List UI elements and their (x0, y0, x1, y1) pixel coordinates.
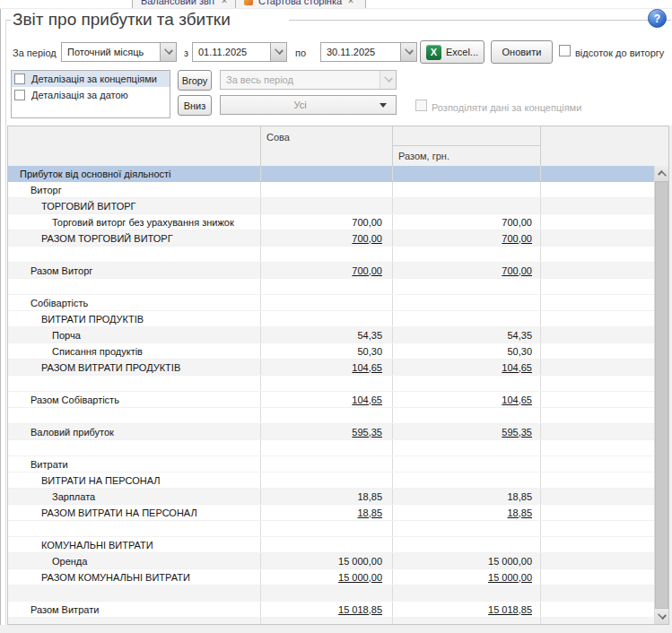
total-value: 54,35 (393, 327, 541, 343)
move-down-button[interactable]: Вниз (178, 95, 212, 116)
table-row[interactable]: Зарплата18,8518,85 (8, 489, 655, 505)
table-row-empty[interactable] (8, 376, 655, 392)
row-label: ТОРГОВИЙ ВИТОРГ (8, 198, 261, 213)
row-filler (541, 279, 655, 294)
header-total-column[interactable]: Разом, грн. (393, 126, 541, 166)
total-value: 15 000,00 (393, 553, 541, 568)
table-row[interactable]: Витрати (8, 456, 655, 473)
table-row-empty[interactable] (8, 408, 655, 424)
table-row[interactable]: Порча54,3554,35 (8, 327, 655, 343)
total-value (393, 247, 541, 262)
table-row-empty[interactable] (8, 618, 655, 624)
close-icon[interactable]: ✕ (221, 0, 228, 5)
chevron-down-icon (380, 71, 396, 89)
table-row[interactable]: Разом Витрати15 018,8515 018,85 (8, 602, 655, 618)
row-label (8, 521, 261, 536)
close-icon[interactable]: ✕ (347, 0, 354, 5)
row-filler (541, 456, 655, 472)
header-org-column[interactable]: Сова (261, 126, 393, 166)
table-row[interactable]: РАЗОМ ВИТРАТИ НА ПЕРСОНАЛ18,8518,85 (8, 505, 655, 521)
row-label (8, 279, 261, 294)
table-row-empty[interactable] (8, 585, 655, 602)
total-value: 50,30 (393, 343, 541, 359)
tab-label: Балансовий звіт (141, 0, 215, 6)
date-to-value: 30.11.2025 (321, 43, 400, 61)
chevron-down-icon (380, 103, 387, 108)
table-row[interactable]: РАЗОМ ВИТРАТИ ПРОДУКТІВ104,65104,65 (8, 360, 655, 376)
table-row[interactable]: КОМУНАЛЬНІ ВИТРАТИ (8, 537, 655, 553)
row-label (8, 585, 261, 601)
period-select[interactable]: Поточний місяць (61, 42, 177, 62)
row-label: Порча (8, 327, 261, 343)
detail-option-checkbox[interactable] (14, 74, 25, 84)
table-row[interactable]: ВИТРАТИ ПРОДУКТІВ (8, 311, 655, 327)
row-label: РАЗОМ КОМУНАЛЬНІ ВИТРАТИ (8, 569, 261, 585)
chevron-down-icon[interactable] (400, 43, 416, 61)
detail-option-checkbox[interactable] (14, 90, 25, 100)
total-value: 15 000,00 (393, 569, 541, 585)
help-icon[interactable]: ? (648, 9, 667, 28)
start-page-icon (244, 0, 253, 5)
date-from-field[interactable]: 01.11.2025 (192, 42, 287, 62)
table-row[interactable]: Списання продуктів50,3050,30 (8, 343, 655, 360)
table-row[interactable]: Валовий прибуток595,35595,35 (8, 424, 655, 440)
org-value (261, 456, 393, 472)
table-row[interactable]: ТОРГОВИЙ ВИТОРГ (8, 198, 655, 214)
header-total-label: Разом, грн. (393, 146, 540, 161)
concepts-select[interactable]: Усі (220, 95, 397, 115)
table-row[interactable]: Разом Собівартість104,65104,65 (8, 392, 655, 408)
header-row-names[interactable] (8, 126, 261, 166)
total-value: 700,00 (393, 263, 541, 278)
scrollbar-thumb[interactable] (655, 181, 668, 609)
period-scope-value: За весь період (221, 71, 380, 89)
table-row[interactable]: РАЗОМ КОМУНАЛЬНІ ВИТРАТИ15 000,0015 000,… (8, 569, 655, 585)
table-row[interactable]: РАЗОМ ТОРГОВИЙ ВИТОРГ700,00700,00 (8, 230, 655, 247)
tab-start-page[interactable]: Стартова сторінка ✕ (235, 0, 366, 9)
chevron-down-icon[interactable] (160, 43, 176, 61)
table-row[interactable]: ВИТРАТИ НА ПЕРСОНАЛ (8, 473, 655, 489)
org-value: 54,35 (261, 327, 393, 343)
org-value: 104,65 (261, 360, 393, 375)
chevron-down-icon[interactable] (270, 43, 286, 61)
move-up-button[interactable]: Вгору (178, 70, 212, 91)
total-value: 18,85 (393, 505, 541, 520)
table-row[interactable]: Виторг (8, 182, 655, 198)
table-row-empty[interactable] (8, 279, 655, 295)
row-filler (541, 424, 655, 439)
vertical-scrollbar[interactable] (654, 166, 668, 624)
row-label: РАЗОМ ВИТРАТИ ПРОДУКТІВ (8, 360, 261, 375)
detail-options-list: Деталізація за концепціямиДеталізація за… (11, 70, 170, 118)
scrollbar-up-icon[interactable] (655, 166, 668, 181)
tab-balance-report[interactable]: Балансовий звіт ✕ (132, 0, 251, 9)
scrollbar-down-icon[interactable] (655, 609, 668, 624)
excel-export-button[interactable]: X Excel... (420, 40, 484, 64)
total-value: 700,00 (393, 214, 541, 230)
table-row[interactable]: Собівартість (8, 295, 655, 311)
refresh-button[interactable]: Оновити (491, 40, 553, 64)
table-row[interactable]: Оренда15 000,0015 000,00 (8, 553, 655, 569)
total-value (393, 440, 541, 455)
row-label: Торговий виторг без урахування знижок (8, 214, 261, 230)
org-value (261, 473, 393, 488)
total-value (393, 295, 541, 310)
detail-option[interactable]: Деталізація за концепціями (12, 71, 170, 87)
org-value (261, 198, 393, 213)
total-value: 104,65 (393, 392, 541, 407)
table-row[interactable]: Прибуток від основної діяльності (8, 166, 655, 182)
detail-option[interactable]: Деталізація за датою (12, 87, 170, 103)
total-value (393, 585, 541, 601)
row-filler (541, 311, 655, 326)
table-row[interactable]: Разом Виторг700,00700,00 (8, 263, 655, 279)
total-value (393, 182, 541, 197)
table-row[interactable]: Торговий виторг без урахування знижок700… (8, 214, 655, 230)
concepts-select-value: Усі (221, 100, 380, 110)
table-row-empty[interactable] (8, 440, 655, 456)
row-filler (541, 618, 655, 624)
total-value (393, 521, 541, 536)
period-scope-select: За весь період (220, 70, 397, 90)
table-row-empty[interactable] (8, 521, 655, 537)
date-to-field[interactable]: 30.11.2025 (320, 42, 417, 62)
percent-checkbox[interactable] (559, 45, 571, 56)
org-value (261, 376, 393, 391)
table-row-empty[interactable] (8, 247, 655, 263)
